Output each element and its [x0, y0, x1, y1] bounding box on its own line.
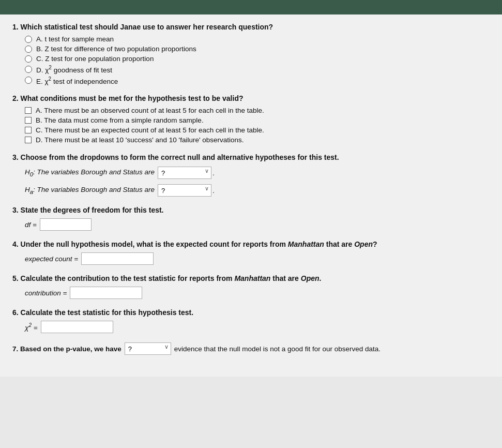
q2-option-c[interactable]: C. There must be an expected count of at…: [25, 126, 490, 134]
q7-suffix: evidence that the null model is not a go…: [174, 345, 381, 353]
radio-a[interactable]: [25, 36, 32, 43]
question-4: 4. Under the null hypothesis model, what…: [12, 240, 490, 265]
radio-b[interactable]: [25, 46, 32, 53]
contribution-label: contribution =: [25, 289, 67, 297]
q3-dof-title: 3. State the degrees of freedom for this…: [12, 206, 490, 214]
radio-e[interactable]: [25, 77, 32, 84]
q7-select-wrapper: ? strong moderate weak no: [125, 342, 171, 355]
h0-label: H0: The variables Borough and Status are: [25, 168, 155, 177]
ha-dropdown[interactable]: ? associated independent: [158, 184, 211, 197]
q7-prefix: 7. Based on the p-value, we have: [12, 345, 121, 353]
top-bar: [0, 0, 502, 14]
contribution-input[interactable]: [70, 287, 142, 299]
expected-count-label: expected count =: [25, 255, 78, 263]
q6-title: 6. Calculate the test statistic for this…: [12, 308, 490, 317]
chi-label: χ2 =: [25, 322, 38, 332]
q3-hyp-title: 3. Choose from the dropdowns to form the…: [12, 153, 490, 161]
checkbox-c[interactable]: [25, 127, 32, 133]
q2-options: A. There must be an observed count of at…: [12, 107, 490, 144]
question-3-hypotheses: 3. Choose from the dropdowns to form the…: [12, 153, 490, 197]
q1-title: 1. Which statistical test should Janae u…: [12, 23, 490, 31]
question-3-dof: 3. State the degrees of freedom for this…: [12, 206, 490, 231]
q2-title: 2. What conditions must be met for the h…: [12, 94, 490, 102]
checkbox-b[interactable]: [25, 117, 32, 124]
q1-option-d[interactable]: D. χ2 goodness of fit test: [25, 65, 490, 74]
contribution-row: contribution =: [25, 287, 490, 299]
checkbox-d[interactable]: [25, 137, 32, 143]
question-1: 1. Which statistical test should Janae u…: [12, 23, 490, 85]
expected-count-input[interactable]: [81, 252, 154, 265]
df-row: df =: [25, 218, 490, 231]
ha-row: Ha: The variables Borough and Status are…: [25, 184, 490, 197]
q7-dropdown[interactable]: ? strong moderate weak no: [125, 342, 171, 355]
q2-option-a[interactable]: A. There must be an observed count of at…: [25, 107, 490, 114]
chi-input[interactable]: [41, 321, 113, 333]
ha-label: Ha: The variables Borough and Status are: [25, 186, 155, 195]
question-6: 6. Calculate the test statistic for this…: [12, 308, 490, 333]
q1-option-e[interactable]: E. χ2 test of independence: [25, 76, 490, 85]
q1-option-b[interactable]: B. Z test for difference of two populati…: [25, 45, 490, 53]
h0-row: H0: The variables Borough and Status are…: [25, 167, 490, 179]
q1-options: A. t test for sample mean B. Z test for …: [12, 35, 490, 85]
question-7: 7. Based on the p-value, we have ? stron…: [12, 342, 490, 355]
q4-title: 4. Under the null hypothesis model, what…: [12, 240, 490, 248]
q2-option-d[interactable]: D. There must be at least 10 'success' a…: [25, 136, 490, 144]
radio-d[interactable]: [25, 66, 32, 73]
question-2: 2. What conditions must be met for the h…: [12, 94, 490, 144]
q5-title: 5. Calculate the contribution to the tes…: [12, 274, 490, 282]
q1-option-a[interactable]: A. t test for sample mean: [25, 35, 490, 43]
chi-row: χ2 =: [25, 321, 490, 333]
checkbox-a[interactable]: [25, 107, 32, 114]
df-label: df =: [25, 221, 37, 229]
ha-select-wrapper: ? associated independent: [158, 184, 211, 197]
q1-option-c[interactable]: C. Z test for one population proportion: [25, 55, 490, 63]
q2-option-b[interactable]: B. The data must come from a simple rand…: [25, 116, 490, 124]
q7-row: 7. Based on the p-value, we have ? stron…: [12, 342, 490, 355]
question-5: 5. Calculate the contribution to the tes…: [12, 274, 490, 299]
h0-dropdown[interactable]: ? associated independent: [158, 167, 211, 179]
df-input[interactable]: [40, 218, 92, 231]
h0-select-wrapper: ? associated independent: [158, 167, 211, 179]
radio-c[interactable]: [25, 55, 32, 63]
expected-count-row: expected count =: [25, 252, 490, 265]
